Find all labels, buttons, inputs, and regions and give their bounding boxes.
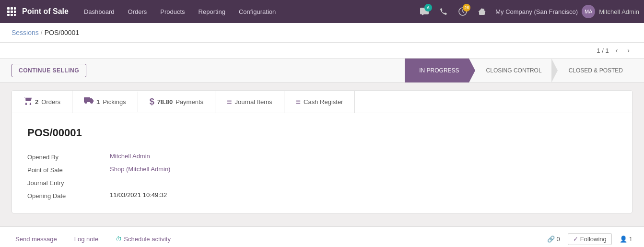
- check-icon: ✓: [573, 235, 578, 243]
- avatar[interactable]: MA: [582, 5, 595, 18]
- tab-journal-items[interactable]: ≡ Journal Items: [215, 91, 284, 113]
- svg-rect-5: [14, 11, 16, 13]
- tab-pickings[interactable]: 1 Pickings: [72, 92, 138, 112]
- journal-entry-label: Journal Entry: [27, 178, 104, 187]
- nav-configuration[interactable]: Configuration: [233, 5, 281, 18]
- clock-icon-btn[interactable]: 26: [455, 4, 470, 19]
- schedule-activity-button[interactable]: ⏱Schedule activity: [112, 234, 175, 245]
- pagination-text: 1 / 1: [597, 47, 609, 54]
- stage-closing-control[interactable]: CLOSING CONTROL: [469, 59, 551, 82]
- user-name: Mitchell Admin: [599, 8, 639, 15]
- opened-by-value[interactable]: Mitchell Admin: [110, 153, 617, 160]
- nav-menu: Dashboard Orders Products Reporting Conf…: [78, 5, 417, 18]
- journal-items-label: Journal Items: [235, 98, 272, 106]
- orders-label: Orders: [41, 98, 60, 106]
- stage-in-progress[interactable]: IN PROGRESS: [405, 59, 468, 82]
- stage-arrows: IN PROGRESS CLOSING CONTROL CLOSED & POS…: [405, 59, 632, 82]
- tab-orders[interactable]: 2 Orders: [12, 91, 72, 113]
- svg-rect-2: [14, 7, 16, 10]
- record-title: POS/00001: [27, 127, 617, 139]
- payments-label: Payments: [176, 98, 203, 106]
- send-message-button[interactable]: Send message: [12, 234, 61, 245]
- attachment-icon: 🔗: [547, 235, 555, 243]
- clock-badge: 26: [463, 4, 470, 12]
- nav-reporting[interactable]: Reporting: [193, 5, 231, 18]
- following-label: Following: [580, 235, 607, 243]
- following-button[interactable]: ✓ Following: [568, 233, 612, 245]
- payments-count: 78.80: [157, 98, 173, 106]
- dollar-icon: $: [150, 97, 154, 107]
- apps-grid-icon[interactable]: [5, 5, 18, 18]
- opening-date-value: 11/03/2021 10:49:32: [110, 191, 617, 199]
- pagination-prev[interactable]: ‹: [613, 46, 621, 55]
- svg-point-11: [30, 103, 31, 104]
- attachments-number: 0: [557, 235, 560, 243]
- breadcrumb-current: POS/00001: [45, 29, 79, 36]
- pagination-next[interactable]: ›: [624, 46, 632, 55]
- svg-rect-0: [7, 7, 10, 10]
- followers-count[interactable]: 👤 1: [620, 235, 632, 243]
- breadcrumb-parent[interactable]: Sessions: [12, 29, 39, 36]
- tools-icon-btn[interactable]: [474, 4, 490, 19]
- followers-number: 1: [629, 235, 632, 243]
- bottom-right: 🔗 0 ✓ Following 👤 1: [547, 233, 632, 245]
- topnav-right: 6 26 My Company (San Francisco) MA Mitch…: [417, 4, 639, 19]
- chat-icon-btn[interactable]: 6: [417, 4, 432, 19]
- person-icon: 👤: [620, 235, 627, 243]
- pickings-label: Pickings: [103, 98, 126, 106]
- stage-bar: CONTINUE SELLING IN PROGRESS CLOSING CON…: [0, 59, 644, 82]
- phone-icon-btn[interactable]: [436, 4, 451, 19]
- tab-payments[interactable]: $ 78.80 Payments: [138, 91, 215, 113]
- attachments-count[interactable]: 🔗 0: [547, 235, 560, 243]
- journal-lines-icon: ≡: [227, 97, 232, 107]
- cash-register-label: Cash Register: [304, 98, 343, 106]
- point-of-sale-value[interactable]: Shop (Mitchell Admin): [110, 165, 617, 173]
- record-body: POS/00001 Opened By Mitchell Admin Point…: [12, 113, 632, 213]
- app-brand: Point of Sale: [22, 7, 69, 16]
- cash-register-icon: ≡: [296, 97, 301, 107]
- stage-closed-posted[interactable]: CLOSED & POSTED: [551, 59, 632, 82]
- point-of-sale-label: Point of Sale: [27, 165, 104, 174]
- cart-icon: [23, 96, 32, 107]
- svg-point-10: [25, 103, 27, 104]
- log-note-button[interactable]: Log note: [70, 234, 103, 245]
- chat-badge: 6: [424, 4, 432, 12]
- continue-selling-button[interactable]: CONTINUE SELLING: [12, 64, 86, 77]
- opened-by-label: Opened By: [27, 153, 104, 161]
- svg-rect-7: [11, 14, 13, 16]
- main-content: 2 Orders 1 Pickings $ 78.80 Payments ≡ J…: [0, 82, 644, 226]
- schedule-icon: ⏱: [116, 235, 122, 243]
- pickings-count: 1: [96, 98, 100, 106]
- nav-dashboard[interactable]: Dashboard: [78, 5, 120, 18]
- orders-count: 2: [35, 98, 38, 106]
- session-card: 2 Orders 1 Pickings $ 78.80 Payments ≡ J…: [12, 90, 632, 213]
- nav-products[interactable]: Products: [154, 5, 190, 18]
- nav-orders[interactable]: Orders: [122, 5, 153, 18]
- opening-date-label: Opening Date: [27, 191, 104, 200]
- tab-cash-register[interactable]: ≡ Cash Register: [284, 91, 355, 113]
- breadcrumb: Sessions / POS/00001: [0, 23, 644, 43]
- bottom-bar: Send message Log note ⏱Schedule activity…: [0, 226, 644, 247]
- svg-rect-4: [11, 11, 13, 13]
- tab-bar: 2 Orders 1 Pickings $ 78.80 Payments ≡ J…: [12, 91, 632, 113]
- svg-rect-8: [14, 14, 16, 16]
- breadcrumb-separator: /: [41, 29, 43, 36]
- svg-rect-3: [7, 11, 10, 13]
- top-navigation: Point of Sale Dashboard Orders Products …: [0, 0, 644, 23]
- svg-rect-1: [11, 7, 13, 10]
- pagination-bar: 1 / 1 ‹ ›: [0, 43, 644, 59]
- company-name: My Company (San Francisco): [495, 8, 578, 15]
- svg-rect-6: [7, 14, 10, 16]
- record-fields: Opened By Mitchell Admin Point of Sale S…: [27, 153, 617, 200]
- truck-icon: [84, 97, 94, 106]
